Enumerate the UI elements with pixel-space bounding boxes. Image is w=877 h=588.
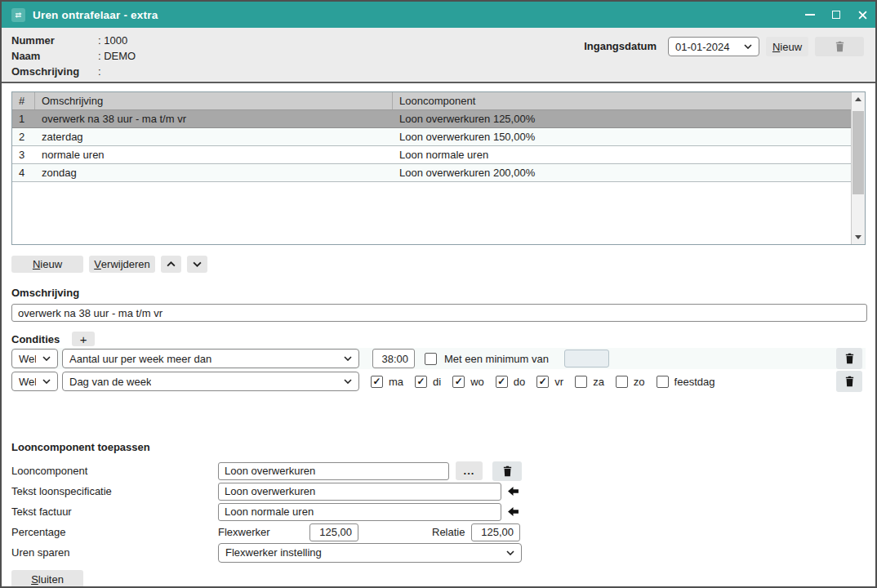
day-checkbox-item: do (496, 376, 525, 388)
day-label: feestdag (674, 376, 715, 388)
omschrijving-input[interactable] (11, 304, 867, 322)
chevron-up-icon (167, 261, 176, 267)
tekst-loonspecificatie-input[interactable] (218, 483, 501, 501)
day-checkbox-item: ma (371, 376, 403, 388)
minimum-checkbox[interactable] (425, 353, 437, 365)
sluiten-button[interactable]: Sluiten (11, 570, 83, 588)
day-checkbox-zo[interactable] (616, 376, 628, 388)
uren-sparen-select[interactable]: Flexwerker instelling (218, 543, 522, 563)
delete-condition-button[interactable] (836, 348, 862, 369)
delete-condition-button[interactable] (836, 371, 862, 392)
day-checkbox-za[interactable] (575, 376, 587, 388)
day-checkbox-di[interactable] (415, 376, 427, 388)
day-checkbox-vr[interactable] (536, 376, 549, 388)
condition-type-value: Aantal uur per week meer dan (69, 353, 211, 365)
wel-select[interactable]: Wel (11, 349, 58, 368)
swap-arrows-icon (11, 8, 25, 22)
nieuw-version-button[interactable]: Nieuw (766, 37, 808, 56)
uren-sparen-row: Uren sparen Flexwerker instelling (11, 542, 866, 563)
scroll-track[interactable] (852, 106, 865, 230)
looncomponent-field-label: Looncomponent (11, 465, 218, 477)
chevron-down-icon (344, 379, 352, 384)
scroll-thumb[interactable] (853, 111, 864, 194)
table-row[interactable]: 1 overwerk na 38 uur - ma t/m vr Loon ov… (12, 110, 851, 128)
row-omschrijving: zaterdag (35, 128, 393, 145)
col-num[interactable]: # (12, 92, 35, 109)
add-condition-button[interactable]: + (72, 332, 95, 346)
close-icon (858, 11, 867, 20)
ingangsdatum-label: Ingangsdatum (584, 37, 657, 56)
table-row[interactable]: 4 zondag Loon overwerkuren 200,00% (12, 164, 851, 182)
row-looncomponent: Loon overwerkuren 150,00% (393, 128, 851, 145)
table-row[interactable]: 3 normale uren Loon normale uren (12, 146, 851, 164)
trash-icon (844, 353, 855, 364)
condition-row: Wel Dag van de week ma di wo do vr za zo… (11, 371, 866, 392)
dialog-window: Uren ontrafelaar - extra Nummer : 1000 N… (0, 0, 877, 588)
condition-row: Wel Aantal uur per week meer dan Met een… (11, 348, 866, 369)
row-omschrijving: overwerk na 38 uur - ma t/m vr (35, 110, 393, 127)
uren-sparen-value: Flexwerker instelling (225, 546, 322, 559)
minimum-input[interactable] (564, 350, 609, 368)
move-down-button[interactable] (187, 256, 207, 273)
row-num: 2 (12, 128, 35, 145)
condition-type-select[interactable]: Dag van de week (62, 372, 359, 391)
omschrijving-value: : (98, 64, 101, 79)
minimum-label: Met een minimum van (444, 353, 549, 365)
tekst-factuur-input[interactable] (218, 503, 501, 521)
flexwerker-percentage-input[interactable] (309, 523, 358, 541)
ingangsdatum-select[interactable]: 01-01-2024 (668, 37, 759, 56)
row-num: 4 (12, 164, 35, 181)
clear-looncomponent-button[interactable] (492, 461, 522, 481)
flexwerker-label: Flexwerker (218, 526, 309, 538)
row-omschrijving: normale uren (35, 146, 393, 163)
wel-value: Wel (19, 376, 36, 388)
field-naam: Naam : DEMO (11, 48, 584, 64)
ingangsdatum-group: Ingangsdatum 01-01-2024 Nieuw (584, 33, 864, 82)
scroll-up-button[interactable] (852, 92, 865, 106)
verwijderen-button[interactable]: Verwijderen (89, 256, 155, 273)
tekst-factuur-label: Tekst factuur (11, 506, 218, 518)
row-looncomponent: Loon overwerkuren 125,00% (393, 110, 851, 127)
wel-select[interactable]: Wel (11, 372, 58, 391)
tekst-loonspecificatie-label: Tekst loonspecificatie (11, 485, 218, 497)
browse-button[interactable]: ... (456, 461, 483, 480)
looncomponent-section-title: Looncomponent toepassen (11, 441, 866, 453)
maximize-button[interactable] (823, 2, 849, 28)
table-scrollbar[interactable] (851, 92, 865, 244)
arrow-left-icon (507, 486, 519, 497)
trash-icon (844, 376, 855, 387)
relatie-percentage-input[interactable] (471, 523, 520, 541)
looncomponent-input[interactable] (218, 462, 449, 480)
day-checkbox-do[interactable] (496, 376, 508, 388)
nummer-value: : 1000 (98, 33, 127, 48)
arrow-left-icon (507, 506, 519, 517)
copy-left-button[interactable] (507, 506, 519, 517)
hours-input[interactable] (372, 349, 415, 368)
copy-left-button[interactable] (507, 486, 519, 497)
row-looncomponent: Loon overwerkuren 200,00% (393, 164, 851, 181)
percentage-label: Percentage (11, 526, 218, 538)
tekst-loonspecificatie-row: Tekst loonspecificatie (11, 481, 866, 501)
minimize-button[interactable] (797, 2, 823, 28)
day-checkbox-wo[interactable] (452, 376, 465, 388)
col-looncomponent[interactable]: Looncomponent (393, 92, 851, 109)
omschrijving-section-label: Omschrijving (11, 287, 866, 299)
day-checkbox-feestdag[interactable] (657, 376, 669, 388)
record-fields: Nummer : 1000 Naam : DEMO Omschrijving : (11, 33, 584, 82)
move-up-button[interactable] (161, 256, 181, 273)
close-button[interactable] (849, 2, 875, 28)
condition-type-select[interactable]: Aantal uur per week meer dan (62, 349, 359, 368)
row-num: 1 (12, 110, 35, 127)
triangle-down-icon (855, 235, 861, 239)
scroll-down-button[interactable] (852, 230, 865, 244)
day-checkbox-item: zo (616, 376, 645, 388)
field-nummer: Nummer : 1000 (11, 33, 584, 48)
nieuw-row-button[interactable]: Nieuw (11, 256, 83, 273)
table-row[interactable]: 2 zaterdag Loon overwerkuren 150,00% (12, 128, 851, 146)
looncomponent-row: Looncomponent ... (11, 461, 866, 481)
trash-icon (502, 466, 513, 477)
day-checkbox-ma[interactable] (371, 376, 383, 388)
col-omschrijving[interactable]: Omschrijving (35, 92, 393, 109)
delete-version-button[interactable] (815, 37, 864, 56)
uren-sparen-label: Uren sparen (11, 546, 218, 559)
